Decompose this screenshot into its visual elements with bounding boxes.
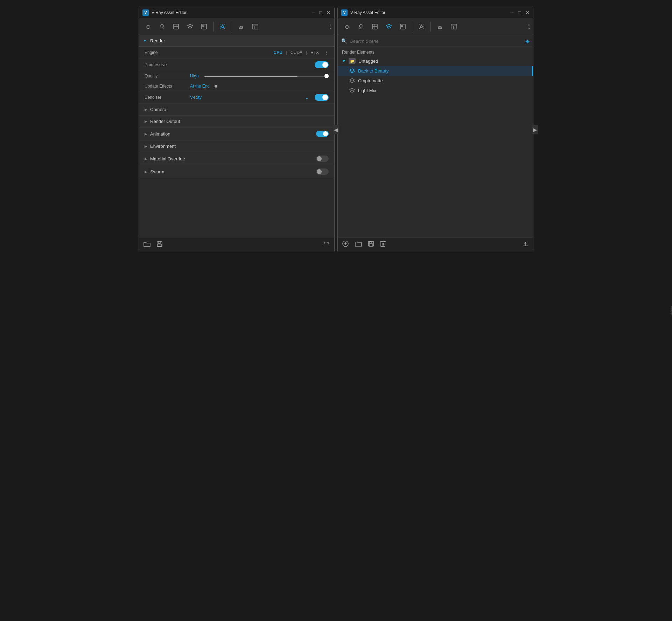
right-bottom-bar	[338, 237, 533, 252]
update-effects-dot[interactable]	[215, 85, 217, 88]
animation-title: Animation	[150, 131, 170, 137]
right-panel-icon[interactable]	[448, 20, 460, 33]
engine-more-icon[interactable]: ⋮	[324, 50, 329, 55]
engine-cuda-button[interactable]: CUDA	[287, 49, 306, 56]
right-light-icon[interactable]	[355, 20, 367, 33]
search-filter-icon[interactable]: ◉	[525, 38, 530, 44]
swarm-section: ▶ Swarm	[139, 165, 334, 178]
svg-marker-34	[350, 78, 355, 81]
right-collapse-left-icon: ◀	[334, 127, 338, 133]
left-layers-icon[interactable]	[184, 20, 196, 33]
right-minimize-button[interactable]: ─	[511, 10, 514, 15]
svg-point-0	[161, 25, 163, 27]
svg-rect-17	[158, 244, 161, 247]
left-panel-icon[interactable]	[249, 20, 261, 33]
right-delete-icon[interactable]	[380, 240, 386, 249]
camera-header[interactable]: ▶ Camera	[139, 104, 334, 115]
light-mix-label: Light Mix	[358, 88, 376, 93]
right-restore-button[interactable]: □	[518, 10, 521, 15]
environment-header[interactable]: ▶ Environment	[139, 140, 334, 152]
light-mix-layers-icon	[349, 88, 355, 93]
svg-marker-7	[188, 24, 192, 27]
left-light-icon[interactable]	[156, 20, 168, 33]
right-settings-icon[interactable]	[415, 20, 428, 33]
progressive-toggle[interactable]	[315, 61, 329, 68]
left-app-icon: V	[142, 9, 149, 16]
right-add-icon[interactable]	[342, 240, 349, 249]
svg-rect-16	[158, 242, 160, 243]
left-folder-icon[interactable]	[143, 241, 151, 249]
right-collapse-left[interactable]: ◀	[333, 125, 339, 134]
left-texture-icon[interactable]	[198, 20, 210, 33]
engine-rtx-button[interactable]: RTX	[307, 49, 322, 56]
svg-rect-12	[252, 24, 258, 29]
left-shader-icon[interactable]	[235, 20, 247, 33]
left-geometry-icon[interactable]	[170, 20, 182, 33]
render-section-header[interactable]: ▼ Render	[139, 35, 334, 47]
right-toolbar-corner: ▸▸	[528, 23, 530, 30]
left-close-button[interactable]: ✕	[327, 10, 331, 15]
svg-marker-25	[386, 24, 391, 27]
denoiser-dropdown-icon[interactable]: ⌄	[305, 95, 309, 100]
swarm-toggle[interactable]	[316, 168, 329, 175]
left-content: ▼ Render Engine CPU | CUDA | RTX ⋮ Progr…	[139, 35, 334, 238]
update-effects-label: Update Effects	[145, 84, 190, 89]
right-layers-active-icon[interactable]	[383, 20, 395, 33]
left-minimize-button[interactable]: ─	[312, 10, 315, 15]
tree-container: ▼ 📁 Untagged Back to Beauty Cryp	[338, 56, 533, 95]
right-shader-icon[interactable]	[434, 20, 446, 33]
material-override-header[interactable]: ▶ Material Override	[139, 152, 334, 165]
left-settings-icon[interactable]	[216, 20, 229, 33]
right-collapse-right[interactable]: ▶	[532, 125, 538, 134]
right-window: V V-Ray Asset Editor ─ □ ✕ ⊙	[337, 7, 533, 252]
cryptomatte-layers-icon	[349, 78, 355, 83]
tree-untagged-arrow: ▼	[342, 59, 346, 63]
quality-row: Quality High	[139, 71, 334, 81]
left-restore-button[interactable]: □	[320, 10, 322, 15]
engine-cpu-button[interactable]: CPU	[270, 49, 286, 56]
render-output-header[interactable]: ▶ Render Output	[139, 116, 334, 127]
svg-marker-35	[350, 88, 355, 91]
right-save-icon[interactable]	[368, 241, 374, 249]
denoiser-toggle[interactable]	[315, 94, 329, 101]
tree-untagged-label: Untagged	[358, 58, 378, 64]
right-content-spacer	[338, 95, 533, 237]
search-bar: 🔍 ◉	[338, 35, 533, 47]
right-folder-icon[interactable]	[355, 241, 362, 249]
right-render-icon[interactable]: ⊙	[341, 20, 353, 33]
left-toolbar-divider2	[232, 22, 232, 32]
svg-point-10	[222, 26, 224, 28]
engine-options: CPU | CUDA | RTX ⋮	[190, 49, 329, 56]
right-export-icon[interactable]	[522, 241, 529, 249]
left-collapse-right[interactable]: ▶	[671, 306, 672, 315]
swarm-header[interactable]: ▶ Swarm	[139, 165, 334, 178]
update-effects-value: At the End	[190, 84, 329, 89]
search-input[interactable]	[350, 39, 523, 44]
right-app-icon: V	[341, 9, 348, 16]
camera-arrow: ▶	[145, 108, 147, 111]
svg-rect-41	[369, 244, 373, 246]
tree-item-cryptomatte[interactable]: Cryptomatte	[338, 76, 533, 85]
progressive-row: Progressive	[139, 59, 334, 71]
tree-item-back-to-beauty[interactable]: Back to Beauty	[338, 66, 533, 76]
quality-slider-thumb[interactable]	[324, 74, 329, 78]
left-window-title: V-Ray Asset Editor	[152, 10, 309, 15]
tree-item-light-mix[interactable]: Light Mix	[338, 85, 533, 95]
environment-section: ▶ Environment	[139, 140, 334, 152]
right-close-button[interactable]: ✕	[525, 10, 530, 15]
material-override-arrow: ▶	[145, 157, 147, 161]
right-texture-icon[interactable]	[397, 20, 409, 33]
left-save-icon[interactable]	[156, 241, 163, 249]
camera-section: ▶ Camera	[139, 104, 334, 116]
animation-toggle[interactable]	[316, 131, 329, 137]
denoiser-value-area: V-Ray ⌄	[190, 94, 329, 101]
svg-rect-40	[370, 241, 372, 243]
material-override-toggle[interactable]	[316, 156, 329, 162]
right-geometry-icon[interactable]	[369, 20, 381, 33]
left-render-icon[interactable]: ⊙	[142, 20, 154, 33]
quality-slider-track[interactable]	[204, 76, 329, 77]
animation-header[interactable]: ▶ Animation	[139, 127, 334, 140]
render-section-title: Render	[150, 38, 165, 43]
left-reset-icon[interactable]	[323, 241, 330, 249]
tree-group-untagged[interactable]: ▼ 📁 Untagged	[338, 56, 533, 66]
